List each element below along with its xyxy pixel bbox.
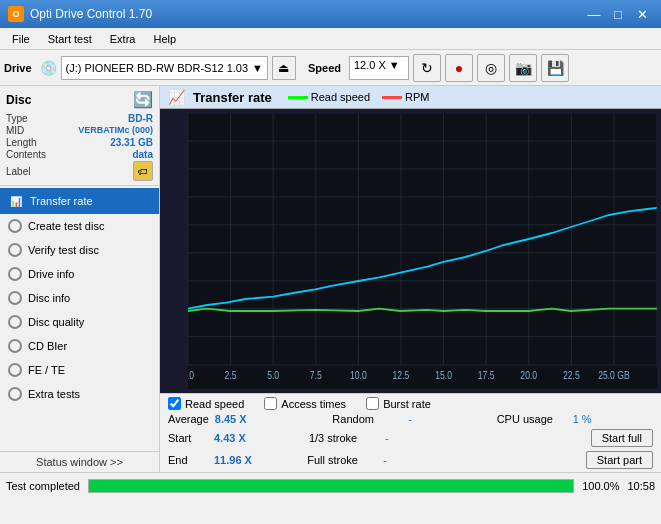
sidebar: Disc 🔄 Type BD-R MID VERBATIMc (000) Len…	[0, 86, 160, 472]
end-label: End	[168, 454, 208, 466]
disc-panel-title: Disc	[6, 93, 31, 107]
app-icon: O	[8, 6, 24, 22]
title-bar: O Opti Drive Control 1.70 — □ ✕	[0, 0, 661, 28]
drive-disc-icon: 💿	[40, 60, 57, 76]
stat-end: End 11.96 X	[168, 454, 299, 466]
svg-text:10.0: 10.0	[350, 369, 367, 381]
nav-fe-te[interactable]: FE / TE	[0, 358, 159, 382]
menu-file[interactable]: File	[4, 31, 38, 47]
disc-button[interactable]: ◎	[477, 54, 505, 82]
chart-area: 📈 Transfer rate Read speed RPM	[160, 86, 661, 472]
svg-text:20.0: 20.0	[520, 369, 537, 381]
speed-label: Speed	[308, 62, 341, 74]
svg-text:2.5: 2.5	[225, 369, 237, 381]
svg-text:7.5: 7.5	[310, 369, 322, 381]
disc-contents-row: Contents data	[6, 149, 153, 160]
svg-text:22.5: 22.5	[563, 369, 580, 381]
status-window-button[interactable]: Status window >>	[0, 451, 159, 472]
progress-time: 10:58	[627, 480, 655, 492]
menu-extra[interactable]: Extra	[102, 31, 144, 47]
burst-rate-checkbox[interactable]	[366, 397, 379, 410]
access-times-checkbox[interactable]	[264, 397, 277, 410]
transfer-rate-icon: 📊	[8, 193, 24, 209]
chart-wrapper: 18 X 16 X 14 X 12 X 10 X 8 X 6 X 4 X 2 X…	[160, 109, 661, 393]
camera-button[interactable]: 📷	[509, 54, 537, 82]
nav-create-test-disc[interactable]: Create test disc	[0, 214, 159, 238]
svg-text:12.5: 12.5	[393, 369, 410, 381]
disc-panel: Disc 🔄 Type BD-R MID VERBATIMc (000) Len…	[0, 86, 159, 186]
nav-fe-te-label: FE / TE	[28, 364, 65, 376]
disc-length-row: Length 23.31 GB	[6, 137, 153, 148]
chart-header: 📈 Transfer rate Read speed RPM	[160, 86, 661, 109]
nav-extra-tests-label: Extra tests	[28, 388, 80, 400]
svg-text:15.0: 15.0	[435, 369, 452, 381]
fe-te-icon	[8, 363, 22, 377]
progress-label: Test completed	[6, 480, 80, 492]
burn-button[interactable]: ●	[445, 54, 473, 82]
average-label: Average	[168, 413, 209, 425]
menu-help[interactable]: Help	[145, 31, 184, 47]
menu-bar: File Start test Extra Help	[0, 28, 661, 50]
stats-row-start: Start 4.43 X 1/3 stroke - Start full	[168, 429, 653, 447]
close-button[interactable]: ✕	[631, 5, 653, 23]
drive-info-icon	[8, 267, 22, 281]
window-controls: — □ ✕	[583, 5, 653, 23]
disc-type-value: BD-R	[128, 113, 153, 124]
disc-mid-row: MID VERBATIMc (000)	[6, 125, 153, 136]
checkbox-read-speed[interactable]: Read speed	[168, 397, 244, 410]
speed-selector[interactable]: 12.0 X ▼	[349, 56, 409, 80]
legend-read-label: Read speed	[311, 91, 370, 103]
stat-cpu: CPU usage 1 %	[497, 413, 653, 425]
legend-rpm: RPM	[382, 91, 429, 103]
maximize-button[interactable]: □	[607, 5, 629, 23]
read-speed-checkbox[interactable]	[168, 397, 181, 410]
progress-percent: 100.0%	[582, 480, 619, 492]
end-value: 11.96 X	[214, 454, 259, 466]
eject-button[interactable]: ⏏	[272, 56, 296, 80]
checkbox-burst-rate[interactable]: Burst rate	[366, 397, 431, 410]
nav-drive-info[interactable]: Drive info	[0, 262, 159, 286]
stat-full-stroke: Full stroke -	[307, 454, 438, 466]
svg-text:25.0 GB: 25.0 GB	[598, 369, 630, 381]
nav-cd-bier[interactable]: CD BIer	[0, 334, 159, 358]
chart-svg: 18 X 16 X 14 X 12 X 10 X 8 X 6 X 4 X 2 X…	[188, 113, 657, 389]
stat-average: Average 8.45 X	[168, 413, 324, 425]
legend-read-color	[288, 96, 308, 99]
cpu-label: CPU usage	[497, 413, 567, 425]
legend-read-speed: Read speed	[288, 91, 370, 103]
one-third-label: 1/3 stroke	[309, 432, 379, 444]
chart-icon: 📈	[168, 89, 185, 105]
disc-type-row: Type BD-R	[6, 113, 153, 124]
nav-verify-test-disc[interactable]: Verify test disc	[0, 238, 159, 262]
svg-text:5.0: 5.0	[267, 369, 279, 381]
start-full-button[interactable]: Start full	[591, 429, 653, 447]
legend-rpm-color	[382, 96, 402, 99]
disc-info-icon	[8, 291, 22, 305]
progress-bar	[88, 479, 574, 493]
start-part-button[interactable]: Start part	[586, 451, 653, 469]
save-button[interactable]: 💾	[541, 54, 569, 82]
menu-start-test[interactable]: Start test	[40, 31, 100, 47]
start-value: 4.43 X	[214, 432, 259, 444]
create-test-disc-icon	[8, 219, 22, 233]
disc-refresh-icon[interactable]: 🔄	[133, 90, 153, 109]
nav-verify-test-disc-label: Verify test disc	[28, 244, 99, 256]
label-edit-button[interactable]: 🏷	[133, 161, 153, 181]
toolbar: Drive 💿 (J:) PIONEER BD-RW BDR-S12 1.03 …	[0, 50, 661, 86]
nav-disc-quality[interactable]: Disc quality	[0, 310, 159, 334]
nav-disc-info[interactable]: Disc info	[0, 286, 159, 310]
main-layout: Disc 🔄 Type BD-R MID VERBATIMc (000) Len…	[0, 86, 661, 472]
disc-length-value: 23.31 GB	[110, 137, 153, 148]
nav-extra-tests[interactable]: Extra tests	[0, 382, 159, 406]
stat-start: Start 4.43 X	[168, 432, 301, 444]
checkbox-access-times[interactable]: Access times	[264, 397, 346, 410]
nav-transfer-rate[interactable]: 📊 Transfer rate	[0, 188, 159, 214]
stats-rows: Average 8.45 X Random - CPU usage 1 %	[168, 413, 653, 469]
minimize-button[interactable]: —	[583, 5, 605, 23]
refresh-button[interactable]: ↻	[413, 54, 441, 82]
speed-value: 12.0 X ▼	[354, 59, 400, 71]
app-title: Opti Drive Control 1.70	[30, 7, 152, 21]
svg-text:17.5: 17.5	[478, 369, 495, 381]
chart-title: Transfer rate	[193, 90, 272, 105]
drive-selector[interactable]: (J:) PIONEER BD-RW BDR-S12 1.03 ▼	[61, 56, 268, 80]
